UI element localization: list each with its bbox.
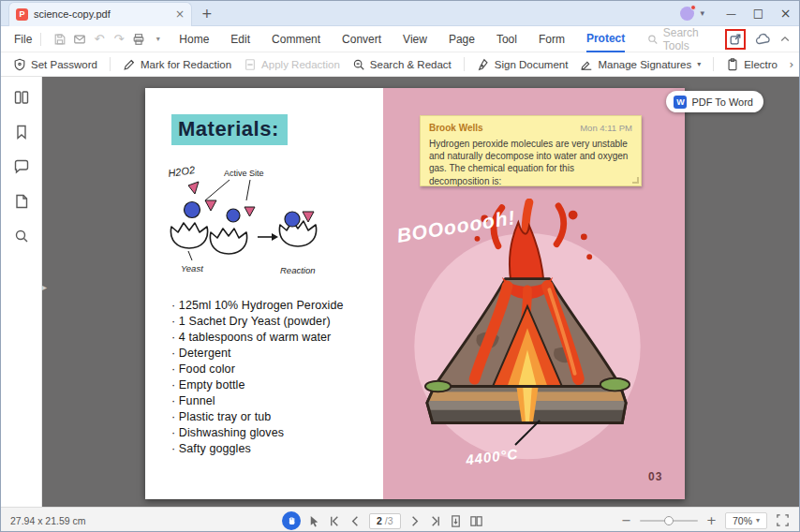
panel-expand-arrow-icon[interactable]: ▸ bbox=[42, 283, 47, 292]
attachment-panel-button[interactable] bbox=[13, 193, 30, 210]
ribbon-overflow-chevron[interactable]: › bbox=[784, 52, 799, 77]
save-icon bbox=[53, 33, 67, 46]
two-page-view-button[interactable] bbox=[469, 514, 483, 528]
notification-dot bbox=[690, 5, 696, 10]
tab-view[interactable]: View bbox=[403, 26, 427, 52]
tab-tool[interactable]: Tool bbox=[496, 26, 517, 52]
tab-protect[interactable]: Protect bbox=[586, 26, 625, 52]
first-page-icon bbox=[328, 514, 342, 528]
workspace: ▸ Materials: H2O2 Active Site bbox=[1, 77, 800, 507]
pdf-to-word-label: PDF To Word bbox=[691, 96, 753, 108]
comment-icon bbox=[13, 158, 30, 175]
menu-file[interactable]: File bbox=[14, 33, 32, 46]
list-item: Plastic tray or tub bbox=[171, 409, 344, 425]
word-logo-icon: W bbox=[674, 96, 687, 109]
menubar-right bbox=[725, 29, 791, 50]
search-panel-button[interactable] bbox=[13, 228, 30, 244]
previous-page-button[interactable] bbox=[348, 514, 363, 528]
note-header: Brook Wells Mon 4:11 PM bbox=[429, 123, 632, 133]
menubar: File ↶ ↷ ▾ Home Edit Comment Convert Vie… bbox=[1, 26, 799, 52]
titlebar: P science-copy.pdf × + ▾ — □ × bbox=[1, 1, 799, 26]
separator bbox=[40, 33, 41, 46]
zoom-level-dropdown[interactable]: 70% ▾ bbox=[725, 512, 767, 529]
arrow-triangle bbox=[188, 182, 199, 194]
save-button[interactable] bbox=[50, 29, 69, 50]
set-password-label: Set Password bbox=[31, 59, 97, 70]
new-tab-button[interactable]: + bbox=[201, 7, 213, 20]
hand-tool-button[interactable] bbox=[282, 511, 301, 530]
statusbar-center-tools: 2 /3 bbox=[282, 508, 483, 532]
share-highlight-box[interactable] bbox=[725, 29, 746, 50]
tab-title: science-copy.pdf bbox=[34, 8, 170, 20]
list-item: Funnel bbox=[171, 393, 344, 409]
clipboard-icon bbox=[726, 58, 739, 71]
print-button[interactable] bbox=[128, 29, 148, 50]
zoom-in-button[interactable]: + bbox=[706, 514, 717, 526]
previous-page-icon bbox=[348, 514, 363, 528]
electronic-label: Electro bbox=[744, 59, 778, 70]
open-external-icon bbox=[729, 33, 742, 46]
single-page-view-button[interactable] bbox=[449, 514, 463, 528]
tab-home[interactable]: Home bbox=[179, 26, 209, 52]
current-page-value: 2 bbox=[377, 515, 382, 526]
redo-icon[interactable]: ↷ bbox=[109, 29, 128, 50]
search-and-redact-label: Search & Redact bbox=[370, 59, 452, 70]
tab-comment[interactable]: Comment bbox=[272, 26, 320, 52]
tab-convert[interactable]: Convert bbox=[342, 26, 381, 52]
collapse-ribbon-icon[interactable] bbox=[779, 34, 791, 45]
enzyme-diagram: H2O2 Active Site bbox=[164, 163, 337, 277]
caret-down-icon: ▾ bbox=[697, 61, 701, 68]
mark-for-redaction-button[interactable]: Mark for Redaction bbox=[123, 58, 231, 71]
protect-ribbon: Set Password Mark for Redaction Apply Re… bbox=[1, 52, 799, 77]
materials-list: 125ml 10% Hydrogen Peroxide 1 Sachet Dry… bbox=[171, 298, 344, 457]
single-page-view-icon bbox=[449, 514, 463, 528]
yeast-label: Yeast bbox=[181, 263, 203, 273]
statusbar: 27.94 x 21.59 cm 2 /3 bbox=[1, 507, 799, 532]
tab-form[interactable]: Form bbox=[539, 26, 565, 52]
first-page-button[interactable] bbox=[328, 514, 342, 528]
list-item: Dishwashing gloves bbox=[171, 425, 344, 441]
maximize-button[interactable]: □ bbox=[745, 1, 772, 26]
tab-close-icon[interactable]: × bbox=[175, 8, 185, 20]
email-button[interactable] bbox=[69, 29, 89, 50]
page-number-input[interactable]: 2 /3 bbox=[369, 513, 401, 529]
zoom-slider[interactable] bbox=[640, 520, 698, 522]
marker-pen-icon bbox=[123, 58, 136, 71]
thumbnail-panel-button[interactable] bbox=[13, 89, 30, 106]
cloud-icon[interactable] bbox=[755, 32, 770, 47]
undo-icon[interactable]: ↶ bbox=[89, 29, 109, 50]
page-left-half: Materials: H2O2 Active Site bbox=[145, 88, 383, 499]
search-and-redact-button[interactable]: Search & Redact bbox=[352, 58, 452, 71]
bookmark-panel-button[interactable] bbox=[13, 124, 30, 140]
pdf-to-word-button[interactable]: W PDF To Word bbox=[666, 91, 763, 112]
separator bbox=[464, 57, 465, 71]
pdfelement-logo-icon: P bbox=[16, 8, 28, 21]
sign-document-button[interactable]: Sign Document bbox=[477, 58, 569, 71]
sticky-note-annotation[interactable]: Brook Wells Mon 4:11 PM Hydrogen peroxid… bbox=[420, 115, 642, 186]
comment-panel-button[interactable] bbox=[13, 158, 30, 175]
account-caret-icon[interactable]: ▾ bbox=[700, 9, 704, 18]
zoom-out-button[interactable]: − bbox=[621, 514, 631, 526]
manage-signatures-button[interactable]: Manage Signatures ▾ bbox=[580, 58, 701, 71]
toolbar-options-caret-icon[interactable]: ▾ bbox=[148, 29, 168, 50]
select-tool-button[interactable] bbox=[307, 514, 321, 528]
caret-down-icon: ▾ bbox=[756, 517, 760, 525]
tab-page[interactable]: Page bbox=[449, 26, 475, 52]
list-item: 125ml 10% Hydrogen Peroxide bbox=[171, 298, 344, 314]
lock-shield-icon bbox=[13, 58, 26, 71]
search-tools-button[interactable]: Search Tools bbox=[647, 26, 725, 52]
search-icon bbox=[13, 228, 30, 244]
electronic-signature-button[interactable]: Electro bbox=[726, 58, 778, 71]
zoom-slider-knob[interactable] bbox=[664, 516, 674, 525]
minimize-button[interactable]: — bbox=[718, 1, 745, 26]
document-tab[interactable]: P science-copy.pdf × bbox=[8, 2, 192, 26]
set-password-button[interactable]: Set Password bbox=[13, 58, 97, 71]
account-avatar[interactable] bbox=[680, 7, 694, 21]
thumbnails-icon bbox=[13, 89, 30, 106]
next-page-button[interactable] bbox=[407, 514, 422, 528]
tab-edit[interactable]: Edit bbox=[230, 26, 250, 52]
last-page-button[interactable] bbox=[428, 514, 442, 528]
note-resize-handle[interactable] bbox=[632, 177, 639, 184]
close-button[interactable]: × bbox=[772, 1, 799, 26]
fit-page-button[interactable] bbox=[776, 513, 790, 527]
